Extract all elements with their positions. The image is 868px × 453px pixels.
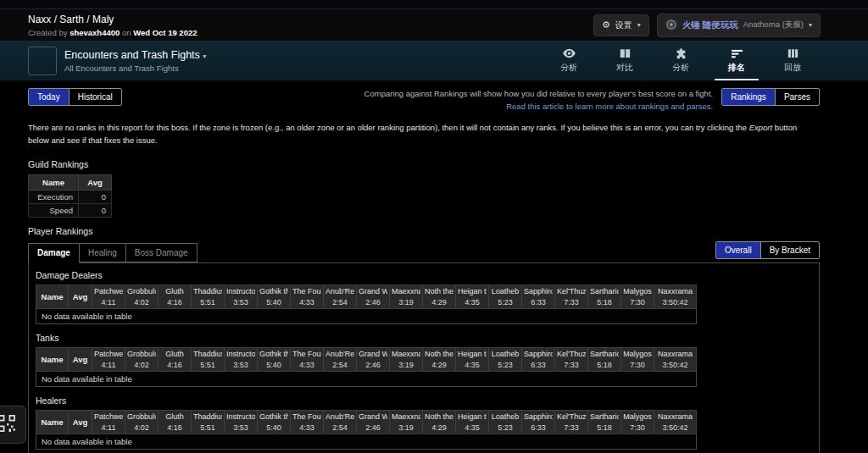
col-avg: Avg: [69, 285, 92, 308]
boss-kill-time: 7:30: [623, 298, 652, 307]
boss-column-header: Kel'Thuza7:33: [555, 347, 588, 371]
report-author[interactable]: shevaxh4400: [70, 28, 120, 37]
tab-boss-damage[interactable]: Boss Damage: [126, 243, 198, 262]
nav-tab-2-compare[interactable]: 对比: [597, 41, 653, 80]
boss-kill-time: 2:54: [326, 423, 354, 432]
boss-name: Instructor: [226, 412, 255, 421]
nav-tab-1-eye[interactable]: 分析: [541, 41, 597, 80]
boss-column-header: Patchwerk4:11: [92, 410, 125, 434]
boss-name: Malygos: [623, 287, 652, 296]
no-ranks-notice: There are no ranks in this report for th…: [28, 122, 820, 146]
boss-kill-time: 4:29: [425, 361, 453, 369]
settings-button[interactable]: ⚙ 设置 ▾: [593, 14, 649, 36]
player-rankings-tabs-row: DamageHealingBoss Damage OverallBy Brack…: [28, 241, 820, 262]
boss-kill-time: 4:11: [94, 423, 123, 432]
rankings-article-link[interactable]: Read this article to learn more about ra…: [506, 102, 713, 111]
boss-name: Naxxrama: [656, 350, 694, 358]
boss-column-header: Heigan th4:35: [456, 347, 489, 371]
boss-kill-time: 5:40: [259, 423, 288, 432]
qr-code-widget[interactable]: [0, 406, 26, 444]
boss-column-header: Gothik th5:40: [258, 410, 291, 434]
fight-navbar: Encounters and Trash Fights ▾ All Encoun…: [0, 41, 868, 82]
compare-note: Comparing against Rankings will show how…: [364, 88, 714, 113]
boss-name: Maexxna: [392, 287, 420, 296]
nav-tab-3-puzzle[interactable]: 分析: [653, 41, 709, 80]
nav-tab-label: 回放: [784, 62, 801, 74]
nav-tab-label: 分析: [560, 62, 577, 74]
boss-column-header: Sartharior5:18: [588, 410, 621, 434]
historical-button[interactable]: Historical: [69, 89, 121, 105]
boss-kill-time: 4:11: [94, 361, 123, 369]
boss-name: Gothik th: [259, 412, 288, 421]
account-realm: Anathema (美服): [743, 19, 804, 30]
boss-kill-time: 5:51: [193, 423, 222, 432]
time-range-group: Today Historical: [28, 88, 122, 106]
boss-kill-time: 5:23: [491, 423, 520, 432]
guild-row-avg: 0: [79, 190, 112, 203]
boss-kill-time: 5:51: [193, 298, 222, 307]
ranking-section-title: Healers: [36, 395, 812, 406]
parses-button[interactable]: Parses: [775, 89, 819, 105]
boss-kill-time: 3:19: [392, 423, 420, 432]
boss-kill-time: 4:16: [160, 423, 189, 432]
fight-selector[interactable]: Encounters and Trash Fights ▾ All Encoun…: [28, 41, 206, 80]
export-word: Export: [749, 123, 772, 132]
boss-name: Thaddius: [193, 287, 222, 296]
guild-table-row: Speed0: [29, 203, 112, 217]
boss-kill-time: 7:30: [623, 423, 652, 432]
boss-name: Noth the: [425, 350, 453, 358]
nav-tabs: 分析对比分析排名回放: [541, 41, 821, 80]
col-name: Name: [36, 410, 69, 434]
nav-tab-5-replay[interactable]: 回放: [765, 41, 821, 80]
boss-kill-time: 5:18: [590, 423, 619, 432]
boss-column-header: The Four4:33: [291, 347, 324, 371]
guild-row-name: Speed: [29, 203, 79, 217]
boss-column-header: Heigan th4:35: [456, 285, 489, 308]
view-tab-by-bracket[interactable]: By Bracket: [760, 242, 819, 258]
boss-column-header: Patchwerk4:11: [92, 347, 125, 371]
boss-column-header: Sapphiror6:33: [522, 410, 555, 434]
report-created-line: Created by shevaxh4400 on Wed Oct 19 202…: [28, 28, 198, 37]
boss-column-header: Maexxna3:19: [390, 410, 423, 434]
ranking-section-title: Damage Dealers: [36, 270, 812, 280]
boss-name: Heigan th: [458, 287, 487, 296]
boss-column-header: Noth the4:29: [423, 410, 456, 434]
guild-col-avg: Avg: [79, 174, 112, 190]
col-avg: Avg: [69, 347, 92, 371]
report-header: Naxx / Sarth / Maly Created by shevaxh44…: [0, 9, 868, 41]
tab-damage[interactable]: Damage: [28, 243, 80, 263]
compare-note-cluster: Comparing against Rankings will show how…: [364, 88, 820, 113]
boss-column-header: Anub'Rek2:54: [324, 410, 357, 434]
ranking-section: Damage DealersNameAvgPatchwerk4:11Grobbu…: [36, 270, 812, 324]
empty-data-cell: No data available in table: [36, 308, 697, 323]
rankings-button[interactable]: Rankings: [722, 89, 775, 105]
boss-name: The Four: [292, 287, 321, 296]
fight-selector-title: Encounters and Trash Fights ▾: [64, 49, 206, 61]
boss-column-header: Gluth4:16: [159, 347, 192, 371]
boss-kill-time: 5:23: [491, 361, 520, 369]
compare-icon: [620, 47, 631, 59]
boss-name: Sapphiror: [524, 412, 553, 421]
header-actions: ⚙ 设置 ▾ 火锤 随便玩玩 Anathema (美服) ▾: [593, 14, 821, 37]
boss-name: Grand Wi: [359, 350, 387, 358]
boss-name: Thaddius: [193, 350, 222, 358]
boss-column-header: Malygos7:30: [621, 347, 654, 371]
boss-kill-time: 2:46: [359, 298, 387, 307]
boss-kill-time: 3:50:42: [656, 298, 694, 307]
guild-rankings-table: Name Avg Execution0Speed0: [28, 174, 112, 218]
boss-name: The Four: [292, 350, 321, 358]
nav-tab-label: 对比: [616, 62, 633, 74]
boss-name: Sartharior: [590, 350, 619, 358]
today-button[interactable]: Today: [29, 89, 69, 105]
boss-kill-time: 4:16: [160, 298, 189, 307]
boss-kill-time: 4:35: [458, 298, 487, 307]
gear-icon: ⚙: [602, 20, 610, 30]
account-button[interactable]: 火锤 随便玩玩 Anathema (美服) ▾: [657, 14, 821, 37]
view-tab-overall[interactable]: Overall: [716, 242, 760, 258]
tab-healing[interactable]: Healing: [80, 243, 126, 262]
nav-tab-4-ranking[interactable]: 排名: [709, 41, 765, 80]
boss-name: Loatheb: [491, 412, 520, 421]
boss-kill-time: 4:16: [160, 361, 189, 369]
boss-column-header: Grand Wi2:46: [357, 347, 390, 371]
ranking-table-header-row: NameAvgPatchwerk4:11Grobbulu4:02Gluth4:1…: [36, 285, 697, 308]
